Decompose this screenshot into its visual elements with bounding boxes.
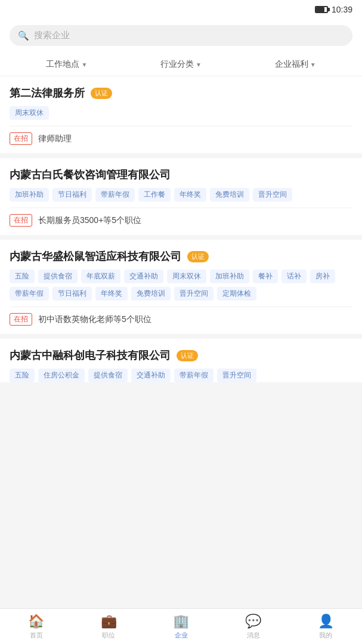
profile-icon: 👤 (318, 614, 334, 629)
hiring-badge-1: 在招 (10, 132, 32, 145)
nav-companies[interactable]: 🏢 企业 (145, 614, 217, 640)
nav-companies-label: 企业 (175, 631, 188, 640)
tag: 晋升空间 (174, 287, 214, 301)
companies-icon: 🏢 (173, 614, 189, 629)
filter-industry[interactable]: 行业分类 ▼ (124, 59, 239, 70)
tag: 年底双薪 (81, 270, 120, 283)
company-header-2: 内蒙古白氏餐饮咨询管理有限公司 (10, 168, 352, 182)
tag: 话补 (281, 270, 307, 283)
chevron-down-icon: ▼ (310, 61, 316, 68)
tags-row-2: 加班补助 节日福利 带薪年假 工作餐 年终奖 免费培训 晋升空间 (10, 188, 352, 202)
company-card-2[interactable]: 内蒙古白氏餐饮咨询管理有限公司 加班补助 节日福利 带薪年假 工作餐 年终奖 免… (0, 158, 362, 235)
tag: 交通补助 (124, 270, 163, 283)
separator (0, 334, 362, 339)
nav-messages-label: 消息 (247, 631, 260, 640)
nav-profile-label: 我的 (319, 631, 332, 640)
tags-row-4: 五险 住房公积金 提供食宿 交通补助 带薪年假 晋升空间 (10, 369, 352, 382)
tag: 免费培训 (131, 287, 171, 301)
job-row-2[interactable]: 在招 长期服务员3500+等5个职位 (10, 208, 352, 235)
separator (0, 235, 362, 240)
nav-profile[interactable]: 👤 我的 (290, 614, 362, 640)
company-name-1: 第二法律服务所 (10, 86, 85, 100)
certified-badge-1: 认证 (91, 88, 112, 99)
hiring-badge-3: 在招 (10, 313, 32, 326)
tag: 周末双休 (10, 106, 49, 120)
tag: 定期体检 (217, 287, 256, 301)
tag: 五险 (10, 369, 35, 382)
filter-location[interactable]: 工作地点 ▼ (10, 59, 124, 70)
tag: 节日福利 (52, 188, 92, 202)
job-title-1: 律师助理 (38, 134, 72, 144)
tag: 工作餐 (138, 188, 171, 202)
battery-icon (315, 6, 328, 13)
tag: 五险 (10, 270, 35, 283)
tag: 餐补 (253, 270, 278, 283)
company-header-3: 内蒙古华盛松鼠智适应科技有限公司 认证 (10, 249, 352, 264)
nav-jobs-label: 职位 (102, 631, 115, 640)
time-display: 10:39 (332, 5, 352, 14)
tag: 提供食宿 (88, 369, 128, 382)
tag: 节日福利 (52, 287, 92, 301)
search-box[interactable]: 🔍 搜索企业 (10, 25, 352, 46)
bottom-nav: 🏠 首页 💼 职位 🏢 企业 💬 消息 👤 我的 (0, 608, 362, 644)
tag: 晋升空间 (217, 369, 256, 382)
search-icon: 🔍 (18, 30, 29, 41)
job-title-3: 初中语数英物化老师等5个职位 (38, 314, 151, 325)
status-bar: 10:39 (0, 0, 362, 19)
search-container: 🔍 搜索企业 (0, 19, 362, 53)
search-placeholder: 搜索企业 (34, 30, 70, 41)
company-card-3[interactable]: 内蒙古华盛松鼠智适应科技有限公司 认证 五险 提供食宿 年底双薪 交通补助 周末… (0, 240, 362, 334)
filter-bar: 工作地点 ▼ 行业分类 ▼ 企业福利 ▼ (0, 53, 362, 76)
job-title-2: 长期服务员3500+等5个职位 (38, 215, 141, 226)
tag: 交通补助 (131, 369, 171, 382)
tags-row-1: 周末双休 (10, 106, 352, 120)
tags-row-3: 五险 提供食宿 年底双薪 交通补助 周末双休 加班补助 餐补 话补 房补 带薪年… (10, 270, 352, 301)
tag: 年终奖 (95, 287, 128, 301)
company-header-4: 内蒙古中融科创电子科技有限公司 认证 (10, 348, 352, 363)
company-header-1: 第二法律服务所 认证 (10, 86, 352, 100)
tag: 免费培训 (210, 188, 249, 202)
chevron-down-icon: ▼ (196, 61, 202, 68)
certified-badge-3: 认证 (187, 251, 209, 262)
tag: 提供食宿 (38, 270, 78, 283)
chevron-down-icon: ▼ (81, 61, 87, 68)
nav-messages[interactable]: 💬 消息 (217, 614, 289, 640)
job-row-3[interactable]: 在招 初中语数英物化老师等5个职位 (10, 306, 352, 334)
tag: 晋升空间 (253, 188, 292, 202)
filter-benefits[interactable]: 企业福利 ▼ (238, 59, 352, 70)
company-name-4: 内蒙古中融科创电子科技有限公司 (10, 348, 171, 363)
tag: 加班补助 (210, 270, 249, 283)
home-icon: 🏠 (28, 614, 44, 629)
filter-industry-label: 行业分类 (160, 59, 194, 70)
tag: 加班补助 (10, 188, 49, 202)
content-area: 第二法律服务所 认证 周末双休 在招 律师助理 内蒙古白氏餐饮咨询管理有限公司 … (0, 76, 362, 430)
nav-jobs[interactable]: 💼 职位 (72, 614, 144, 640)
nav-home[interactable]: 🏠 首页 (0, 614, 72, 640)
nav-home-label: 首页 (30, 631, 43, 640)
tag: 住房公积金 (38, 369, 85, 382)
messages-icon: 💬 (245, 614, 261, 629)
tag: 带薪年假 (174, 369, 214, 382)
tag: 带薪年假 (95, 188, 135, 202)
filter-location-label: 工作地点 (46, 59, 79, 70)
jobs-icon: 💼 (101, 614, 117, 629)
tag: 房补 (310, 270, 335, 283)
tag: 年终奖 (174, 188, 206, 202)
separator (0, 153, 362, 158)
hiring-badge-2: 在招 (10, 214, 32, 227)
company-name-3: 内蒙古华盛松鼠智适应科技有限公司 (10, 249, 181, 264)
company-card-4[interactable]: 内蒙古中融科创电子科技有限公司 认证 五险 住房公积金 提供食宿 交通补助 带薪… (0, 339, 362, 382)
job-row-1[interactable]: 在招 律师助理 (10, 126, 352, 153)
company-card-1[interactable]: 第二法律服务所 认证 周末双休 在招 律师助理 (0, 76, 362, 153)
certified-badge-4: 认证 (177, 350, 198, 361)
filter-benefits-label: 企业福利 (275, 59, 308, 70)
company-name-2: 内蒙古白氏餐饮咨询管理有限公司 (10, 168, 171, 182)
tag: 带薪年假 (10, 287, 49, 301)
tag: 周末双休 (167, 270, 206, 283)
